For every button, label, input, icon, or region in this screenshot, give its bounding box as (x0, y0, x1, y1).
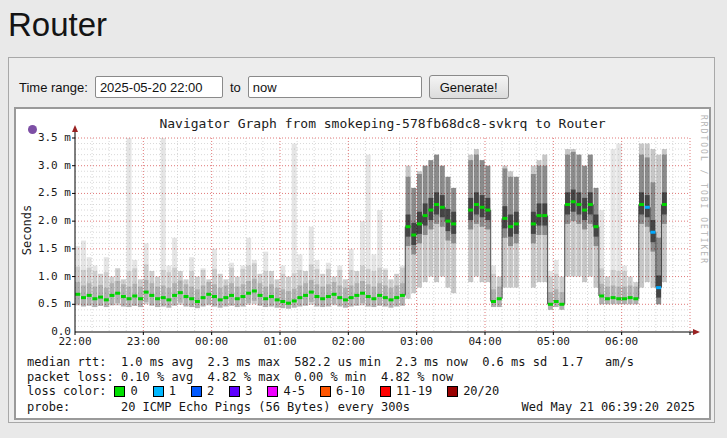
loss-color-value: 6-10 (336, 384, 365, 398)
loss-color-items: 01234-56-1011-1920/20 (114, 384, 499, 398)
loss-color-value: 11-19 (396, 384, 432, 398)
time-range-label: Time range: (19, 80, 88, 95)
content-box: Time range: to Generate! Navigator Graph… (8, 57, 715, 423)
loss-color-item: 11-19 (380, 384, 432, 398)
loss-color-value: 1 (169, 384, 176, 398)
loss-color-value: 0 (130, 384, 137, 398)
loss-color-swatch (229, 386, 240, 397)
time-range-from-input[interactable] (95, 76, 223, 98)
loss-color-swatch (267, 386, 278, 397)
loss-color-swatch (114, 386, 125, 397)
loss-color-item: 2 (191, 384, 214, 398)
loss-color-item: 4-5 (267, 384, 305, 398)
loss-color-label: loss color: (27, 384, 106, 398)
loss-color-item: 1 (153, 384, 176, 398)
probe-info: probe: 20 ICMP Echo Pings (56 Bytes) eve… (27, 400, 410, 414)
packet-loss-stats: packet loss: 0.10 % avg 4.82 % max 0.00 … (27, 370, 453, 384)
loss-color-value: 20/20 (463, 384, 499, 398)
loss-color-item: 6-10 (320, 384, 365, 398)
loss-color-swatch (191, 386, 202, 397)
loss-color-swatch (380, 386, 391, 397)
generate-button[interactable]: Generate! (429, 75, 509, 99)
loss-color-legend: loss color: 01234-56-1011-1920/20 (27, 384, 499, 398)
time-range-to-input[interactable] (248, 76, 422, 98)
median-rtt-stats: median rtt: 1.0 ms avg 2.3 ms max 582.2 … (27, 355, 634, 369)
rrdtool-graph-image: Navigator Graph from smokeping-578fb68dc… (16, 109, 709, 418)
loss-color-swatch (320, 386, 331, 397)
loss-color-item: 20/20 (447, 384, 499, 398)
graph-panel: Navigator Graph from smokeping-578fb68dc… (14, 107, 711, 420)
time-range-form: Time range: to Generate! (19, 75, 509, 99)
loss-color-value: 3 (245, 384, 252, 398)
loss-color-swatch (447, 386, 458, 397)
loss-color-value: 2 (207, 384, 214, 398)
loss-color-item: 3 (229, 384, 252, 398)
to-label: to (230, 80, 241, 95)
loss-color-swatch (153, 386, 164, 397)
page-title: Router (8, 6, 727, 44)
loss-color-value: 4-5 (283, 384, 305, 398)
graph-date-stamp: Wed May 21 06:39:20 2025 (522, 400, 695, 414)
loss-color-item: 0 (114, 384, 137, 398)
